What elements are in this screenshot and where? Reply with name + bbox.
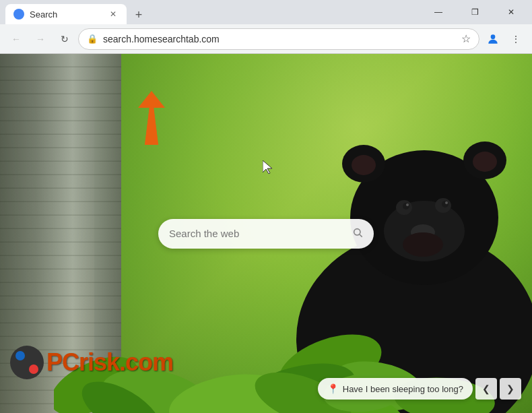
logo-dot-blue (15, 351, 25, 360)
refresh-button[interactable]: ↻ (54, 28, 75, 50)
search-box[interactable] (158, 219, 374, 249)
nav-bar: ← → ↻ 🔒 search.homesearchtab.com ☆ ⋮ (0, 24, 532, 54)
svg-point-0 (491, 34, 496, 39)
nav-right-buttons: ⋮ (482, 28, 527, 50)
person-icon (486, 32, 500, 46)
svg-point-12 (406, 203, 409, 206)
back-button[interactable]: ← (5, 28, 27, 50)
url-text: search.homesearchtab.com (103, 34, 456, 44)
bookmark-icon[interactable]: ☆ (461, 32, 471, 45)
prev-arrow-button[interactable]: ❮ (475, 378, 497, 400)
tab-title: Search (30, 9, 102, 20)
brand-pc: PC (46, 348, 79, 376)
address-bar[interactable]: 🔒 search.homesearchtab.com ☆ (78, 28, 479, 50)
question-pill[interactable]: 📍 Have I been sleeping too long? (318, 378, 473, 400)
svg-point-32 (354, 228, 360, 234)
search-input[interactable] (169, 228, 352, 239)
search-container (158, 219, 374, 249)
tab-close-button[interactable]: ✕ (108, 9, 119, 20)
new-tab-button[interactable]: + (129, 5, 148, 24)
title-bar: Search ✕ + — ❒ ✕ (0, 0, 532, 24)
profile-button[interactable] (482, 28, 504, 50)
tab-strip: Search ✕ + (5, 0, 423, 24)
svg-point-15 (403, 232, 443, 257)
browser-window: Search ✕ + — ❒ ✕ ← → ↻ 🔒 search.homesear… (0, 0, 532, 413)
page-content: PCrisk.com 📍 Have I been sleeping too lo… (0, 54, 532, 413)
watermark: PCrisk.com (10, 346, 173, 379)
pc-logo (10, 346, 44, 379)
logo-dot-red (29, 364, 38, 374)
svg-point-6 (473, 152, 497, 172)
svg-point-5 (352, 155, 376, 175)
brand-text: PCrisk.com (46, 348, 173, 377)
maximize-button[interactable]: ❒ (459, 2, 490, 22)
active-tab[interactable]: Search ✕ (5, 4, 127, 24)
window-controls: — ❒ ✕ (423, 2, 527, 22)
svg-line-33 (360, 234, 362, 237)
svg-point-10 (403, 203, 409, 210)
svg-point-13 (445, 201, 448, 204)
svg-point-11 (442, 201, 448, 208)
security-icon: 🔒 (87, 34, 98, 44)
location-pin-icon: 📍 (327, 383, 339, 394)
search-icon[interactable] (352, 227, 363, 241)
forward-button[interactable]: → (30, 28, 51, 50)
close-button[interactable]: ✕ (496, 2, 527, 22)
next-arrow-button[interactable]: ❯ (500, 378, 521, 400)
brand-risk: risk.com (79, 348, 173, 376)
tab-favicon-icon (13, 9, 24, 20)
question-text: Have I been sleeping too long? (343, 384, 463, 394)
bottom-widget: 📍 Have I been sleeping too long? ❮ ❯ (318, 378, 521, 400)
menu-button[interactable]: ⋮ (505, 28, 527, 50)
minimize-button[interactable]: — (423, 2, 454, 22)
